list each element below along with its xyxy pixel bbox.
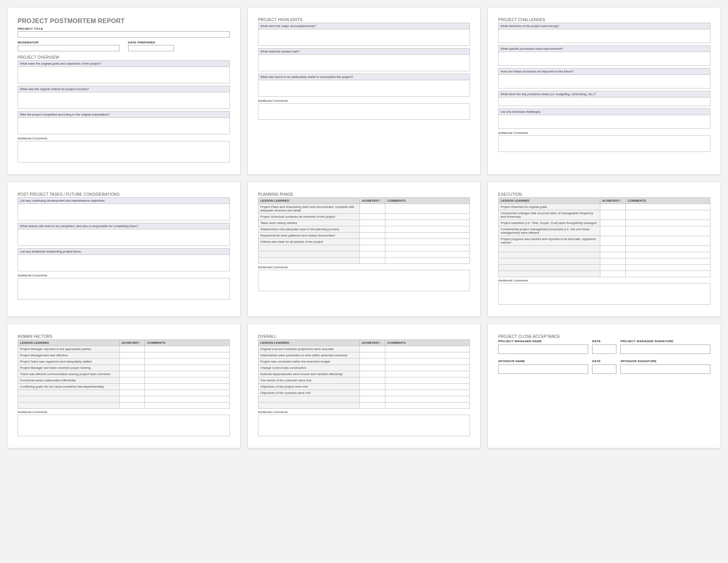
achieved-cell[interactable]: [360, 239, 385, 245]
blank-cell[interactable]: [625, 246, 710, 252]
blank-cell[interactable]: [119, 402, 145, 409]
overall-comments[interactable]: [258, 415, 470, 436]
achieved-cell[interactable]: [600, 236, 625, 246]
highlights-a1[interactable]: [258, 29, 470, 46]
highlights-a3[interactable]: [258, 80, 470, 97]
blank-cell[interactable]: [258, 251, 360, 258]
blank-cell[interactable]: [385, 258, 470, 264]
comments-cell[interactable]: [625, 236, 710, 246]
blank-cell[interactable]: [499, 252, 600, 258]
comments-cell[interactable]: [385, 377, 470, 384]
postproject-a1[interactable]: [18, 204, 230, 220]
achieved-cell[interactable]: [360, 377, 385, 384]
achieved-cell[interactable]: [360, 352, 385, 359]
blank-cell[interactable]: [119, 390, 145, 396]
blank-cell[interactable]: [625, 265, 710, 271]
achieved-cell[interactable]: [119, 359, 145, 365]
achieved-cell[interactable]: [360, 371, 385, 377]
challenges-a3[interactable]: [498, 75, 710, 88]
sp-date-input[interactable]: [592, 365, 617, 374]
achieved-cell[interactable]: [360, 346, 385, 352]
sp-name-input[interactable]: [498, 365, 588, 374]
human-comments[interactable]: [18, 415, 230, 436]
blank-cell[interactable]: [18, 402, 120, 409]
achieved-cell[interactable]: [119, 377, 145, 384]
blank-cell[interactable]: [499, 265, 600, 271]
comments-cell[interactable]: [145, 371, 229, 377]
blank-cell[interactable]: [145, 396, 229, 402]
comments-cell[interactable]: [385, 346, 470, 352]
blank-cell[interactable]: [360, 251, 385, 258]
achieved-cell[interactable]: [600, 220, 625, 226]
achieved-cell[interactable]: [360, 390, 385, 396]
blank-cell[interactable]: [145, 402, 229, 409]
comments-cell[interactable]: [625, 226, 710, 236]
comments-cell[interactable]: [385, 390, 470, 396]
comments-cell[interactable]: [385, 371, 470, 377]
comments-cell[interactable]: [385, 384, 470, 390]
comments-cell[interactable]: [625, 210, 710, 220]
comments-cell[interactable]: [385, 220, 470, 226]
blank-cell[interactable]: [625, 252, 710, 258]
blank-cell[interactable]: [258, 258, 360, 264]
comments-cell[interactable]: [385, 233, 470, 239]
moderator-input[interactable]: [18, 45, 119, 51]
achieved-cell[interactable]: [119, 365, 145, 371]
blank-cell[interactable]: [119, 396, 145, 402]
blank-cell[interactable]: [499, 271, 600, 277]
achieved-cell[interactable]: [360, 204, 385, 214]
planning-comments[interactable]: [258, 270, 470, 291]
blank-cell[interactable]: [360, 245, 385, 251]
highlights-a2[interactable]: [258, 55, 470, 71]
achieved-cell[interactable]: [119, 384, 145, 390]
challenges-comments[interactable]: [498, 135, 710, 152]
blank-cell[interactable]: [360, 258, 385, 264]
blank-cell[interactable]: [385, 402, 470, 409]
comments-cell[interactable]: [145, 346, 229, 352]
achieved-cell[interactable]: [119, 346, 145, 352]
overview-a3[interactable]: [18, 118, 230, 134]
comments-cell[interactable]: [385, 239, 470, 245]
postproject-a2[interactable]: [18, 229, 230, 246]
blank-cell[interactable]: [145, 390, 229, 396]
blank-cell[interactable]: [625, 271, 710, 277]
comments-cell[interactable]: [145, 352, 229, 359]
pm-name-input[interactable]: [498, 345, 588, 354]
blank-cell[interactable]: [360, 396, 385, 402]
comments-cell[interactable]: [145, 377, 229, 384]
blank-cell[interactable]: [600, 265, 625, 271]
overview-a1[interactable]: [18, 67, 230, 83]
blank-cell[interactable]: [600, 271, 625, 277]
comments-cell[interactable]: [385, 226, 470, 233]
overview-comments[interactable]: [18, 141, 230, 162]
pm-sig-input[interactable]: [620, 345, 710, 354]
date-prepared-input[interactable]: [128, 45, 174, 51]
challenges-a2[interactable]: [498, 52, 710, 66]
blank-cell[interactable]: [385, 396, 470, 402]
comments-cell[interactable]: [385, 359, 470, 365]
blank-cell[interactable]: [18, 390, 120, 396]
challenges-a4[interactable]: [498, 97, 710, 106]
comments-cell[interactable]: [625, 220, 710, 226]
postproject-a3[interactable]: [18, 255, 230, 271]
postproject-comments[interactable]: [18, 278, 230, 300]
blank-cell[interactable]: [18, 396, 120, 402]
comments-cell[interactable]: [385, 214, 470, 220]
achieved-cell[interactable]: [360, 233, 385, 239]
highlights-comments[interactable]: [258, 103, 470, 120]
achieved-cell[interactable]: [360, 359, 385, 365]
achieved-cell[interactable]: [600, 226, 625, 236]
comments-cell[interactable]: [385, 365, 470, 371]
blank-cell[interactable]: [385, 245, 470, 251]
project-title-input[interactable]: [18, 31, 230, 38]
achieved-cell[interactable]: [600, 210, 625, 220]
blank-cell[interactable]: [258, 396, 360, 402]
blank-cell[interactable]: [600, 258, 625, 265]
comments-cell[interactable]: [385, 204, 470, 214]
achieved-cell[interactable]: [360, 384, 385, 390]
execution-comments[interactable]: [498, 283, 710, 305]
achieved-cell[interactable]: [360, 220, 385, 226]
blank-cell[interactable]: [625, 258, 710, 265]
overview-a2[interactable]: [18, 92, 230, 109]
achieved-cell[interactable]: [119, 352, 145, 359]
